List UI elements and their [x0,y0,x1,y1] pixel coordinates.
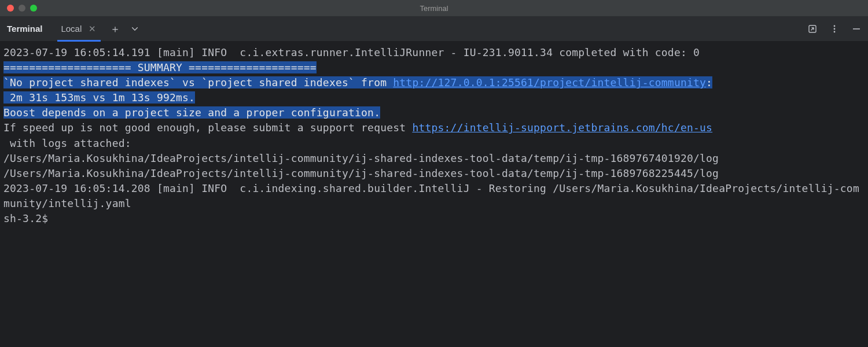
log-line: /Users/Maria.Kosukhina/IdeaProjects/inte… [3,167,719,179]
hide-panel-button[interactable] [852,24,861,34]
log-line: 2m 31s 153ms vs 1m 13s 992ms. [3,91,195,104]
log-text: : [706,76,712,88]
panel-title: Terminal [7,24,42,34]
close-tab-icon[interactable]: ✕ [87,23,97,34]
options-button[interactable] [830,24,839,34]
log-line: If speed up is not good enough, please s… [3,121,412,134]
svg-point-2 [834,28,836,29]
window-title: Terminal [420,4,448,13]
svg-point-1 [834,25,836,27]
tab-local[interactable]: Local ✕ [58,16,100,42]
window-zoom-button[interactable] [30,5,37,12]
svg-rect-4 [853,28,860,29]
tab-dropdown-button[interactable] [131,25,139,33]
terminal-output[interactable]: 2023-07-19 16:05:14.191 [main] INFO c.i.… [0,42,868,230]
new-tab-button[interactable]: ＋ [110,22,120,36]
log-line: 2023-07-19 16:05:14.191 [main] INFO c.i.… [3,46,700,58]
chevron-down-icon [131,25,139,33]
log-line: 2023-07-19 16:05:14.208 [main] INFO c.i.… [3,182,859,209]
window-minimize-button[interactable] [19,5,25,12]
log-line: ==================== SUMMARY ===========… [3,61,317,73]
support-url-link[interactable]: https://intellij-support.jetbrains.com/h… [412,121,712,134]
kebab-icon [830,24,839,34]
minimize-icon [852,24,861,34]
log-line: /Users/Maria.Kosukhina/IdeaProjects/inte… [3,152,719,164]
shell-prompt: sh-3.2$ [3,212,48,224]
log-line: `No project shared indexes` vs `project … [3,76,393,88]
window-close-button[interactable] [7,5,14,12]
svg-point-3 [834,31,836,32]
log-line: with logs attached: [3,137,131,149]
popout-button[interactable] [808,24,817,34]
terminal-tabbar: Terminal Local ✕ ＋ [0,16,868,42]
log-line: Boost depends on a project size and a pr… [3,106,380,119]
project-url-link[interactable]: http://127.0.0.1:25561/project/intellij-… [393,76,706,88]
tab-label: Local [61,24,82,34]
titlebar: Terminal [0,0,868,16]
selected-text: ==================== SUMMARY ===========… [3,61,712,119]
traffic-lights [0,5,37,12]
popout-icon [808,24,817,34]
